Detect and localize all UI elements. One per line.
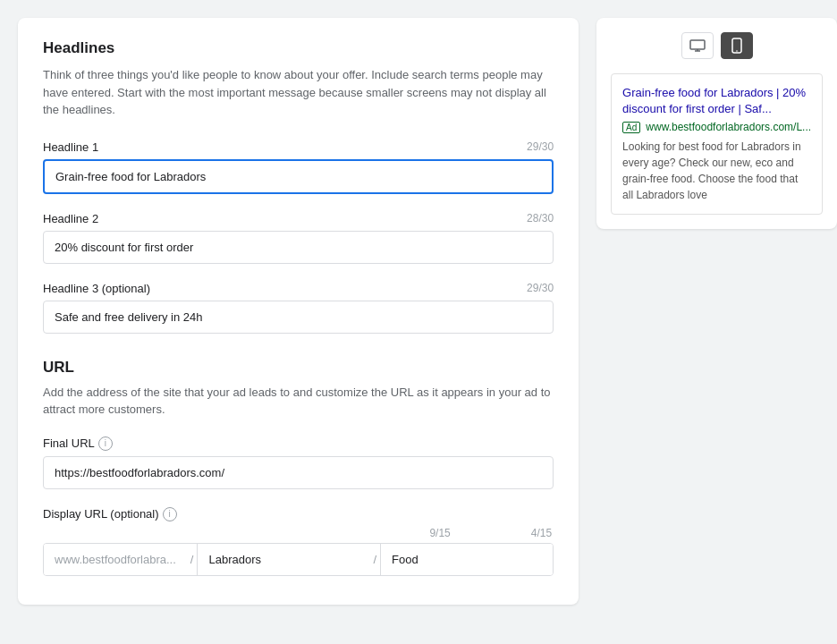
final-url-input[interactable]: [43, 456, 554, 489]
headline2-label-row: Headline 2 28/30: [43, 212, 554, 225]
headline2-group: Headline 2 28/30: [43, 212, 554, 264]
display-url-container: Display URL (optional) i 9/15 4/15 www.b…: [43, 507, 554, 576]
headline3-group: Headline 3 (optional) 29/30: [43, 282, 554, 334]
url-title: URL: [43, 359, 554, 377]
headline3-label-row: Headline 3 (optional) 29/30: [43, 282, 554, 295]
display-url-part1-input[interactable]: [197, 544, 369, 575]
display-url-label-row: Display URL (optional) i: [43, 507, 554, 521]
headline1-count: 29/30: [527, 140, 554, 153]
display-url-separator1: /: [187, 544, 198, 575]
display-url-separator2: /: [369, 544, 380, 575]
headline1-label: Headline 1: [43, 140, 98, 154]
svg-rect-0: [690, 40, 705, 49]
display-url-count1: 9/15: [429, 527, 450, 539]
mobile-device-button[interactable]: [721, 32, 753, 59]
svg-point-4: [736, 50, 738, 52]
display-url-info-icon[interactable]: i: [163, 507, 177, 521]
final-url-info-icon[interactable]: i: [98, 436, 113, 451]
desktop-icon: [689, 39, 706, 52]
display-url-count2: 4/15: [531, 527, 552, 539]
headline2-count: 28/30: [527, 212, 554, 225]
url-section: URL Add the address of the site that you…: [43, 359, 554, 576]
display-url-counts-row: 9/15 4/15: [43, 527, 554, 539]
display-url-label: Display URL (optional): [43, 507, 159, 521]
headline1-input[interactable]: [43, 159, 554, 194]
form-panel: Headlines Think of three things you'd li…: [18, 18, 579, 605]
headline1-group: Headline 1 29/30: [43, 140, 554, 194]
final-url-group: Final URL i: [43, 436, 554, 489]
headline2-input[interactable]: [43, 231, 554, 264]
ad-badge-row: Ad www.bestfoodforlabradors.com/L...: [622, 121, 811, 133]
headline2-label: Headline 2: [43, 212, 98, 225]
headlines-description: Think of three things you'd like people …: [43, 66, 554, 119]
headline3-label: Headline 3 (optional): [43, 282, 150, 295]
display-url-part2-input[interactable]: [380, 544, 553, 575]
desktop-device-button[interactable]: [681, 32, 714, 59]
headlines-section: Headlines Think of three things you'd li…: [43, 39, 554, 334]
ad-preview-url: www.bestfoodforlabradors.com/L...: [646, 121, 811, 133]
ad-preview-description: Looking for best food for Labradors in e…: [622, 139, 811, 203]
device-toggle: [611, 32, 823, 59]
display-url-row: www.bestfoodforlabra... / /: [43, 543, 554, 576]
display-url-base: www.bestfoodforlabra...: [44, 544, 187, 575]
final-url-label: Final URL: [43, 436, 95, 450]
preview-panel: Grain-free food for Labradors | 20% disc…: [596, 18, 837, 229]
mobile-icon: [731, 38, 742, 54]
ad-preview-box: Grain-free food for Labradors | 20% disc…: [611, 73, 823, 215]
final-url-label-row: Final URL i: [43, 436, 554, 451]
headline3-input[interactable]: [43, 301, 554, 334]
headline1-label-row: Headline 1 29/30: [43, 140, 554, 154]
ad-badge: Ad: [622, 122, 640, 133]
url-description: Add the address of the site that your ad…: [43, 384, 554, 419]
ad-preview-title: Grain-free food for Labradors | 20% disc…: [622, 85, 811, 117]
headline3-count: 29/30: [527, 282, 554, 294]
headlines-title: Headlines: [43, 39, 554, 57]
